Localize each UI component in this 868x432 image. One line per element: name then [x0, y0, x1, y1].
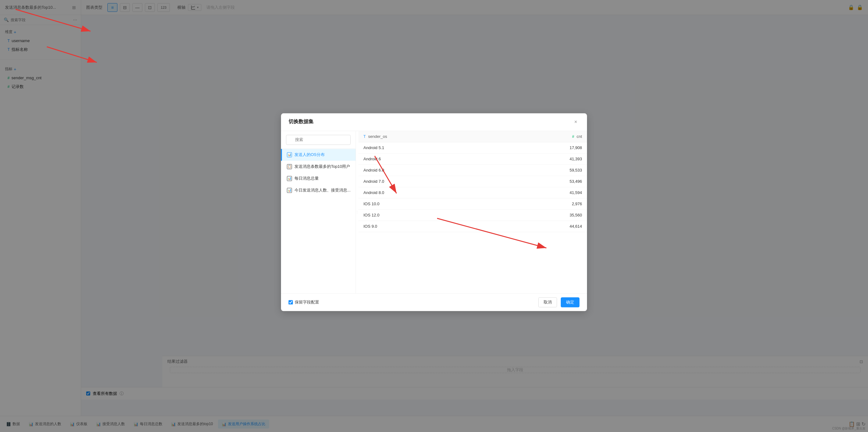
cell-sender-os: IOS 10.0	[359, 198, 496, 209]
cell-cnt: 53,496	[496, 176, 587, 187]
cell-cnt: 17,908	[496, 142, 587, 153]
table-row: IOS 10.0 2,976	[359, 198, 587, 209]
col-cnt-header: # cnt	[496, 131, 587, 142]
cell-cnt: 44,614	[496, 221, 587, 232]
keep-config-checkbox[interactable]	[288, 300, 293, 304]
dataset-item-top10[interactable]: 📋 发送消息条数最多的Top10用户	[281, 161, 355, 172]
cell-cnt: 59,533	[496, 164, 587, 176]
dataset-chart-icon-2: 📊	[287, 176, 292, 181]
keep-config-text: 保留字段配置	[295, 299, 319, 305]
modal-title: 切换数据集	[288, 119, 313, 125]
table-row: IOS 12.0 35,560	[359, 209, 587, 221]
table-row: Android 7.0 53,496	[359, 176, 587, 187]
dataset-list: 📊 发送人的OS分布 📋 发送消息条数最多的Top10用户 📊 每日消息总量 📊…	[281, 149, 355, 293]
modal-right-panel: T sender_os # cnt Android 5.1 17,908 A	[359, 131, 587, 293]
col-sender-os-header: T sender_os	[359, 131, 496, 142]
dataset-chart-icon-1: 📊	[287, 152, 292, 157]
modal-search-input[interactable]	[286, 135, 351, 145]
switch-dataset-modal: 切换数据集 × 🔍 📊 发送人的OS分布 📋 发送消息条数最多的Top10用户	[281, 113, 587, 311]
dataset-item-daily[interactable]: 📊 每日消息总量	[281, 172, 355, 184]
cell-cnt: 2,976	[496, 198, 587, 209]
dataset-item-today[interactable]: 📊 今日发送消息人数、接受消息...	[281, 184, 355, 196]
dataset-label-3: 每日消息总量	[294, 176, 319, 181]
data-preview-table: T sender_os # cnt Android 5.1 17,908 A	[359, 131, 587, 293]
cell-sender-os: IOS 9.0	[359, 221, 496, 232]
cell-cnt: 41,393	[496, 153, 587, 164]
modal-close-button[interactable]: ×	[572, 118, 580, 126]
col-type-text-icon: T	[364, 134, 366, 139]
modal-search-area: 🔍	[281, 131, 355, 149]
modal-left-panel: 🔍 📊 发送人的OS分布 📋 发送消息条数最多的Top10用户 📊 每日消息总量	[281, 131, 356, 293]
modal-header: 切换数据集 ×	[281, 113, 587, 131]
table-row: Android 5.1 17,908	[359, 142, 587, 153]
modal-footer: 保留字段配置 取消 确定	[281, 293, 587, 311]
table-row: Android 8.0 41,594	[359, 187, 587, 198]
table-row: IOS 9.0 44,614	[359, 221, 587, 232]
cell-sender-os: Android 8.0	[359, 187, 496, 198]
cell-sender-os: Android 6.0	[359, 164, 496, 176]
keep-config-label[interactable]: 保留字段配置	[288, 299, 319, 305]
table-row: Android 6 41,393	[359, 153, 587, 164]
modal-body: 🔍 📊 发送人的OS分布 📋 发送消息条数最多的Top10用户 📊 每日消息总量	[281, 131, 587, 293]
cell-cnt: 35,560	[496, 209, 587, 221]
resize-handle[interactable]: ⋮	[356, 131, 359, 293]
dataset-item-sender-os[interactable]: 📊 发送人的OS分布	[281, 149, 355, 161]
cancel-button[interactable]: 取消	[538, 297, 557, 307]
confirm-button[interactable]: 确定	[561, 297, 580, 307]
cell-sender-os: IOS 12.0	[359, 209, 496, 221]
search-wrapper: 🔍	[286, 135, 351, 145]
cell-sender-os: Android 6	[359, 153, 496, 164]
cell-cnt: 41,594	[496, 187, 587, 198]
dataset-label-4: 今日发送消息人数、接受消息...	[294, 188, 351, 193]
dataset-label-2: 发送消息条数最多的Top10用户	[294, 164, 350, 169]
cell-sender-os: Android 5.1	[359, 142, 496, 153]
dataset-table-icon: 📋	[287, 164, 292, 169]
table-row: Android 6.0 59,533	[359, 164, 587, 176]
col-type-hash-icon: #	[572, 134, 574, 139]
dataset-label-1: 发送人的OS分布	[294, 152, 325, 158]
cell-sender-os: Android 7.0	[359, 176, 496, 187]
dataset-chart-icon-3: 📊	[287, 188, 292, 193]
